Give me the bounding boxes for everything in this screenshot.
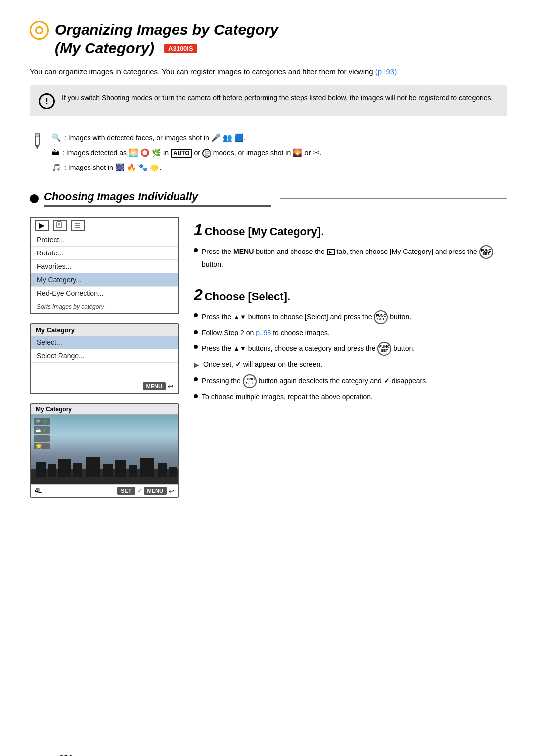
title-section: Organizing Images by Category (My Catego… [30,20,507,57]
menu-button-label: MENU [143,382,166,390]
arrow-bullet-icon: ▶ [194,359,199,371]
step-2-text-4: Once set, ✓ will appear on the screen. [203,359,507,371]
section-icon [30,21,49,40]
bullet-dot-icon-2 [194,313,198,317]
step-2-title: Choose [Select]. [205,290,290,303]
step-1-instructions: Press the MENU button and choose the ▶ t… [194,245,507,271]
step-2-bullet-4: ▶ Once set, ✓ will appear on the screen. [194,359,507,371]
camera-screen-3-title: My Category [31,404,178,415]
settings-tab-icon [71,220,85,231]
page-title-sub: (My Category) [55,40,154,57]
two-column-layout: ▶ [30,217,507,506]
play-tab-inline-icon: ▶ [327,249,335,255]
back-arrow-icon-2: ↩ [169,487,174,495]
step-2-text-6: To choose multiple images, repeat the ab… [202,391,507,403]
menu-item-select-range[interactable]: Select Range... [31,349,178,363]
warning-icon: ! [39,93,55,109]
menu-item-my-category[interactable]: My Category... [31,273,178,287]
svg-rect-2 [35,133,39,136]
note-line-2: 🏔 : Images detected as 🌅 ⭕ 🌿 in AUTO or … [52,146,322,159]
doc-tab-icon [53,220,67,231]
page-title-main: Organizing Images by Category [55,21,278,38]
camera-screen-1: ▶ [30,217,179,314]
step-2-text-3: Press the ▲▼ buttons, choose a category … [202,342,507,356]
menu-item-rotate[interactable]: Rotate... [31,247,178,260]
bullet-dot-icon-5 [194,377,198,381]
step-1-text-1: Press the MENU button and choose the ▶ t… [202,245,507,271]
step-1-title: Choose [My Category]. [205,225,324,238]
step-2-instructions: Press the ▲▼ buttons to choose [Select] … [194,310,507,403]
model-badge: A3100IS [164,44,197,53]
set-button-label: SET [117,487,135,495]
step2-page-link: p. 98 [256,329,271,336]
step-1-bullet-1: Press the MENU button and choose the ▶ t… [194,245,507,271]
svg-rect-15 [86,457,100,477]
intro-link: (p. 93). [375,67,399,76]
special-cat-overlay: 🌟 [34,443,50,449]
svg-rect-11 [36,462,46,477]
camera-menu-desc: Sorts images by category [31,300,178,313]
step-2-bullet-1: Press the ▲▼ buttons to choose [Select] … [194,310,507,324]
note-box: 🔍 : Images with detected faces, or image… [30,126,507,180]
func-set-button-icon: FUNCSET [479,245,493,259]
svg-rect-12 [48,464,56,477]
note-content: 🔍 : Images with detected faces, or image… [52,131,322,175]
svg-rect-21 [169,467,177,477]
camera-screen-2-title: My Category [31,324,178,336]
svg-rect-19 [140,458,154,477]
left-column: ▶ [30,217,179,506]
right-column: 1 Choose [My Category]. Press the MENU b… [194,217,507,406]
step-2-text-5: Pressing the FUNCSET button again desele… [202,374,507,388]
camera-screen-3-footer-right: SET ✓ MENU ↩ [117,487,174,495]
note-line-3: 🎵 : Images shot in 🎆 🔥 🐾 🌟. [52,161,322,174]
play-tab-icon: ▶ [35,220,49,231]
section-title: Choosing Images Individually [44,190,271,207]
svg-marker-1 [35,145,39,149]
checkmark-icon: ✓ [137,488,142,494]
menu-item-protect[interactable]: Protect... [31,233,178,247]
camera-screen-2: My Category Select... Select Range... ME… [30,323,179,394]
landscape-cat-overlay: 🏔✓ [34,426,50,434]
section-header: Choosing Images Individually [30,190,507,207]
step-1-number: 1 [194,221,203,239]
bullet-dot-icon-3 [194,330,198,334]
step-2-bullet-5: Pressing the FUNCSET button again desele… [194,374,507,388]
pencil-icon [30,132,45,150]
step-2-number: 2 [194,286,203,304]
svg-rect-14 [73,463,82,477]
other-cat-icon: 🎵 [52,161,61,174]
camera-image-area: 🔍✓ 🏔✓ 🎵 🌟 [31,415,178,484]
step-2-header: 2 Choose [Select]. [194,286,507,304]
menu-item-favorites[interactable]: Favorites... [31,260,178,273]
svg-rect-18 [129,465,137,477]
menu-button-label-2: MENU [144,487,167,495]
bullet-dot-icon-4 [194,345,198,349]
bullet-dot-icon-6 [194,394,198,398]
menu-item-select[interactable]: Select... [31,336,178,349]
step-2-text-2: Follow Step 2 on p. 98 to choose images. [202,327,507,339]
up-down-arrows-icon: ▲▼ [233,312,246,323]
svg-rect-20 [158,463,167,477]
menu-item-red-eye[interactable]: Red-Eye Correction... [31,287,178,300]
svg-rect-13 [58,459,71,477]
other-cat-overlay: 🎵 [34,435,50,442]
landscape-cat-icon: 🏔 [52,146,59,159]
section-divider [280,198,507,199]
warning-box: ! If you switch Shooting modes or turn t… [30,85,507,116]
svg-rect-17 [115,460,126,477]
bullet-dot-icon [194,248,198,252]
back-arrow-icon: ↩ [168,383,173,390]
step-2-bullet-6: To choose multiple images, repeat the ab… [194,391,507,403]
step-2-bullet-3: Press the ▲▼ buttons, choose a category … [194,342,507,356]
intro-paragraph: You can organize images in categories. Y… [30,66,507,78]
category-overlay-icons: 🔍✓ 🏔✓ 🎵 🌟 [34,418,50,449]
func-set-button-icon-4: FUNCSET [243,374,257,388]
camera-screen-3: My Category 🔍✓ 🏔✓ 🎵 [30,403,179,498]
step-2-section: 2 Choose [Select]. Press the ▲▼ buttons … [194,286,507,403]
page-number: 104 [60,753,72,756]
image-size-label: 4L [35,487,42,494]
face-cat-overlay: 🔍✓ [34,418,50,425]
step-1-header: 1 Choose [My Category]. [194,221,507,239]
note-line-1: 🔍 : Images with detected faces, or image… [52,131,322,144]
func-set-button-icon-2: FUNCSET [374,310,388,324]
